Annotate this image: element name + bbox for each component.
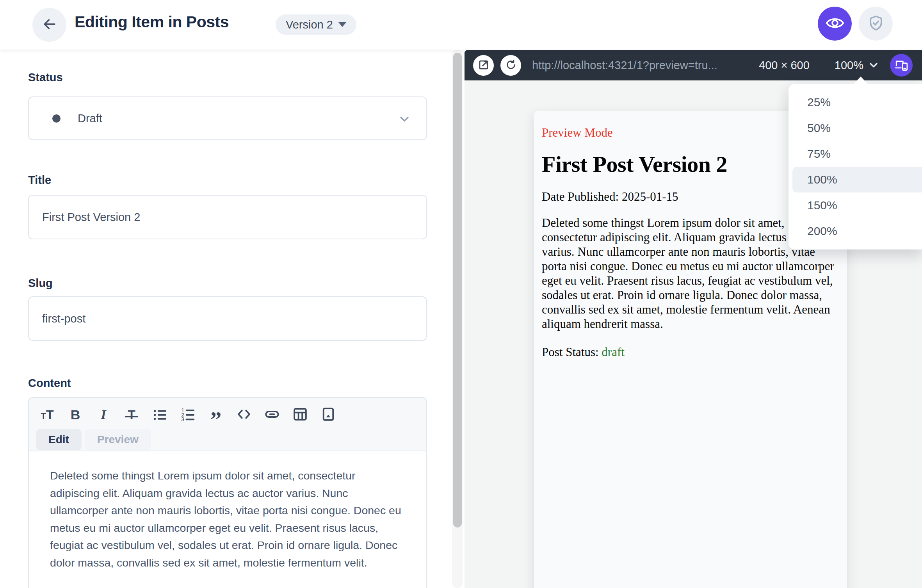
app-header: Editing Item in Posts Version 2 [0,0,922,50]
ordered-list-icon: 123 [180,406,196,423]
refresh-button[interactable] [500,55,521,76]
table-button[interactable] [289,404,311,425]
image-icon [320,406,336,424]
blockquote-button[interactable]: ” [205,404,227,425]
image-button[interactable] [317,404,340,425]
title-label: Title [28,174,51,187]
status-select[interactable]: Draft [28,96,427,140]
main-area: Status Draft Title Slug Content TT B I T… [0,50,922,588]
table-icon [292,406,308,424]
svg-text:3: 3 [181,416,184,422]
back-arrow-icon [42,17,57,33]
italic-button[interactable]: I [92,404,115,425]
preview-url[interactable]: http://localhost:4321/1?preview=tru... [532,59,717,72]
responsive-devices-icon [895,58,908,73]
open-in-new-tab-button[interactable] [473,55,494,76]
preview-pane: http://localhost:4321/1?preview=tru... 4… [465,50,922,588]
text-size-button[interactable]: TT [36,404,59,425]
tab-edit[interactable]: Edit [36,429,82,450]
preview-toolbar: http://localhost:4321/1?preview=tru... 4… [465,50,922,80]
bullet-list-icon [152,406,167,423]
viewport-dimensions: 400 × 600 [759,59,810,72]
preview-status-value: draft [602,345,625,359]
external-link-icon [478,59,489,72]
zoom-option-200[interactable]: 200% [789,218,922,244]
zoom-option-25[interactable]: 25% [789,89,922,115]
zoom-level-value: 100% [835,59,863,72]
slug-label: Slug [28,277,53,290]
content-textarea[interactable]: Deleted some thingst Lorem ipsum dolor s… [29,451,426,571]
page-title: Editing Item in Posts [75,13,229,31]
quote-icon: ” [210,406,222,424]
dropdown-caret [853,77,868,84]
strikethrough-icon: T [128,408,135,422]
slug-input[interactable] [28,296,427,341]
title-input[interactable] [28,195,427,239]
refresh-icon [505,59,517,72]
zoom-option-75[interactable]: 75% [789,141,922,167]
device-size-toggle-button[interactable] [890,54,913,77]
caret-down-icon [338,22,346,27]
italic-icon: I [101,407,106,422]
content-label: Content [28,377,71,390]
version-label: Version 2 [286,18,333,31]
status-dot-icon [52,114,61,123]
link-icon [264,406,280,424]
tab-preview[interactable]: Preview [85,429,151,450]
zoom-option-150[interactable]: 150% [789,192,922,218]
code-icon [236,406,252,424]
zoom-option-100[interactable]: 100% [792,167,922,192]
chevron-down-icon [397,112,411,128]
bold-button[interactable]: B [64,404,87,425]
status-label: Status [28,71,63,84]
code-button[interactable] [233,404,255,425]
preview-post-status: Post Status: draft [542,345,839,359]
zoom-level-dropdown[interactable]: 100% [835,59,880,72]
preview-toggle-button[interactable] [818,7,852,41]
link-button[interactable] [261,404,283,425]
zoom-option-50[interactable]: 50% [789,115,922,141]
ordered-list-button[interactable]: 123 [176,404,199,425]
editor-toolbar: TT B I T 123 ” [29,398,426,451]
chevron-down-icon [867,59,880,72]
validation-button[interactable] [859,7,893,41]
back-button[interactable] [32,8,66,42]
strikethrough-button[interactable]: T [120,404,143,425]
eye-icon [826,14,844,33]
version-dropdown[interactable]: Version 2 [276,14,356,35]
zoom-dropdown-menu: 25% 50% 75% 100% 150% 200% [789,84,922,249]
scrollbar-thumb[interactable] [453,53,462,527]
status-value: Draft [78,112,102,125]
bold-icon: B [71,407,80,422]
content-editor: TT B I T 123 ” [28,397,427,588]
text-size-icon: TT [41,408,54,422]
shield-check-icon [867,14,885,33]
bullet-list-button[interactable] [148,404,171,425]
